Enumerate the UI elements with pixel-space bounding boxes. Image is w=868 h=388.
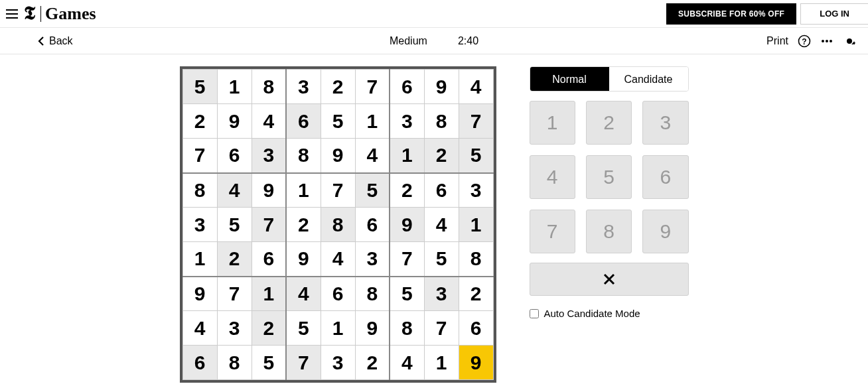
sudoku-cell[interactable]: 4 [286, 277, 321, 311]
sudoku-cell[interactable]: 3 [182, 208, 217, 242]
sudoku-cell[interactable]: 8 [182, 173, 217, 208]
numpad-2[interactable]: 2 [586, 101, 632, 145]
sudoku-cell[interactable]: 8 [217, 346, 252, 380]
sudoku-cell[interactable]: 5 [321, 104, 355, 139]
sudoku-cell[interactable]: 9 [252, 173, 286, 208]
sudoku-cell[interactable]: 7 [390, 242, 424, 277]
sudoku-cell[interactable]: 6 [459, 311, 493, 346]
sudoku-cell[interactable]: 6 [182, 346, 217, 380]
sudoku-cell[interactable]: 6 [286, 104, 321, 139]
sudoku-cell[interactable]: 9 [459, 346, 493, 380]
sudoku-cell[interactable]: 2 [252, 311, 286, 346]
sudoku-cell[interactable]: 3 [286, 70, 321, 104]
sudoku-cell[interactable]: 3 [321, 346, 355, 380]
sudoku-cell[interactable]: 8 [424, 104, 459, 139]
sudoku-cell[interactable]: 1 [355, 104, 390, 139]
sudoku-cell[interactable]: 4 [355, 139, 390, 173]
sudoku-cell[interactable]: 9 [321, 139, 355, 173]
sudoku-cell[interactable]: 5 [390, 277, 424, 311]
settings-button[interactable] [843, 34, 856, 48]
sudoku-cell[interactable]: 4 [217, 173, 252, 208]
sudoku-cell[interactable]: 4 [424, 208, 459, 242]
hamburger-menu[interactable] [0, 0, 24, 28]
sudoku-cell[interactable]: 9 [424, 70, 459, 104]
sudoku-cell[interactable]: 7 [252, 208, 286, 242]
sudoku-cell[interactable]: 2 [459, 277, 493, 311]
sudoku-cell[interactable]: 1 [182, 242, 217, 277]
sudoku-cell[interactable]: 7 [459, 104, 493, 139]
sudoku-cell[interactable]: 8 [286, 139, 321, 173]
sudoku-cell[interactable]: 3 [390, 104, 424, 139]
sudoku-cell[interactable]: 6 [424, 173, 459, 208]
login-button[interactable]: LOG IN [800, 3, 868, 25]
mode-tab-candidate[interactable]: Candidate [609, 67, 688, 91]
sudoku-cell[interactable]: 1 [424, 346, 459, 380]
mode-tab-normal[interactable]: Normal [530, 67, 609, 91]
sudoku-cell[interactable]: 9 [286, 242, 321, 277]
sudoku-cell[interactable]: 7 [321, 173, 355, 208]
more-button[interactable] [820, 34, 833, 48]
sudoku-cell[interactable]: 2 [390, 173, 424, 208]
sudoku-cell[interactable]: 4 [252, 104, 286, 139]
sudoku-cell[interactable]: 1 [286, 173, 321, 208]
auto-candidate-toggle[interactable]: Auto Candidate Mode [530, 308, 689, 319]
sudoku-cell[interactable]: 9 [355, 311, 390, 346]
sudoku-cell[interactable]: 1 [390, 139, 424, 173]
sudoku-cell[interactable]: 7 [424, 311, 459, 346]
sudoku-cell[interactable]: 1 [217, 70, 252, 104]
sudoku-cell[interactable]: 7 [355, 70, 390, 104]
sudoku-cell[interactable]: 9 [390, 208, 424, 242]
sudoku-cell[interactable]: 3 [355, 242, 390, 277]
brand-logo[interactable]: 𝕿 Games [24, 3, 96, 25]
sudoku-cell[interactable]: 2 [217, 242, 252, 277]
sudoku-cell[interactable]: 3 [459, 173, 493, 208]
sudoku-cell[interactable]: 8 [321, 208, 355, 242]
sudoku-cell[interactable]: 6 [252, 242, 286, 277]
sudoku-cell[interactable]: 2 [355, 346, 390, 380]
sudoku-cell[interactable]: 8 [459, 242, 493, 277]
sudoku-cell[interactable]: 3 [252, 139, 286, 173]
clear-button[interactable] [530, 263, 689, 296]
sudoku-cell[interactable]: 4 [390, 346, 424, 380]
sudoku-cell[interactable]: 6 [217, 139, 252, 173]
subscribe-button[interactable]: SUBSCRIBE FOR 60% OFF [666, 3, 796, 25]
sudoku-cell[interactable]: 5 [286, 311, 321, 346]
sudoku-cell[interactable]: 4 [459, 70, 493, 104]
sudoku-cell[interactable]: 5 [182, 70, 217, 104]
sudoku-cell[interactable]: 9 [217, 104, 252, 139]
sudoku-cell[interactable]: 5 [424, 242, 459, 277]
sudoku-cell[interactable]: 2 [182, 104, 217, 139]
sudoku-cell[interactable]: 9 [182, 277, 217, 311]
numpad-9[interactable]: 9 [642, 210, 688, 253]
sudoku-cell[interactable]: 6 [355, 208, 390, 242]
back-button[interactable]: Back [37, 35, 73, 47]
sudoku-cell[interactable]: 5 [459, 139, 493, 173]
sudoku-cell[interactable]: 7 [182, 139, 217, 173]
sudoku-cell[interactable]: 3 [424, 277, 459, 311]
sudoku-cell[interactable]: 6 [321, 277, 355, 311]
numpad-8[interactable]: 8 [586, 210, 632, 253]
sudoku-cell[interactable]: 2 [424, 139, 459, 173]
sudoku-cell[interactable]: 7 [217, 277, 252, 311]
sudoku-cell[interactable]: 5 [217, 208, 252, 242]
sudoku-cell[interactable]: 5 [252, 346, 286, 380]
sudoku-cell[interactable]: 3 [217, 311, 252, 346]
sudoku-cell[interactable]: 8 [252, 70, 286, 104]
sudoku-cell[interactable]: 1 [459, 208, 493, 242]
sudoku-cell[interactable]: 4 [321, 242, 355, 277]
numpad-3[interactable]: 3 [642, 101, 688, 145]
numpad-5[interactable]: 5 [586, 155, 632, 199]
numpad-4[interactable]: 4 [530, 155, 575, 199]
sudoku-cell[interactable]: 1 [252, 277, 286, 311]
sudoku-cell[interactable]: 4 [182, 311, 217, 346]
help-button[interactable]: ? [798, 34, 811, 48]
numpad-6[interactable]: 6 [642, 155, 688, 199]
sudoku-cell[interactable]: 2 [321, 70, 355, 104]
sudoku-cell[interactable]: 8 [390, 311, 424, 346]
sudoku-cell[interactable]: 7 [286, 346, 321, 380]
sudoku-cell[interactable]: 6 [390, 70, 424, 104]
numpad-1[interactable]: 1 [530, 101, 575, 145]
sudoku-cell[interactable]: 5 [355, 173, 390, 208]
sudoku-cell[interactable]: 1 [321, 311, 355, 346]
print-button[interactable]: Print [766, 35, 788, 47]
